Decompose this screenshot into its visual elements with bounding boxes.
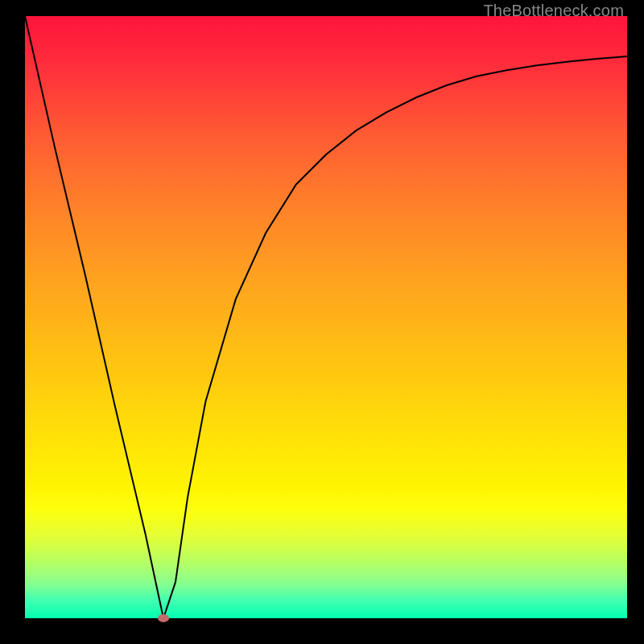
bottleneck-curve: [25, 16, 627, 618]
chart-frame: TheBottleneck.com: [0, 0, 644, 644]
watermark-text: TheBottleneck.com: [483, 2, 624, 20]
optimal-point-marker: [158, 614, 169, 622]
curve-path: [25, 16, 627, 618]
plot-background: [25, 16, 627, 618]
